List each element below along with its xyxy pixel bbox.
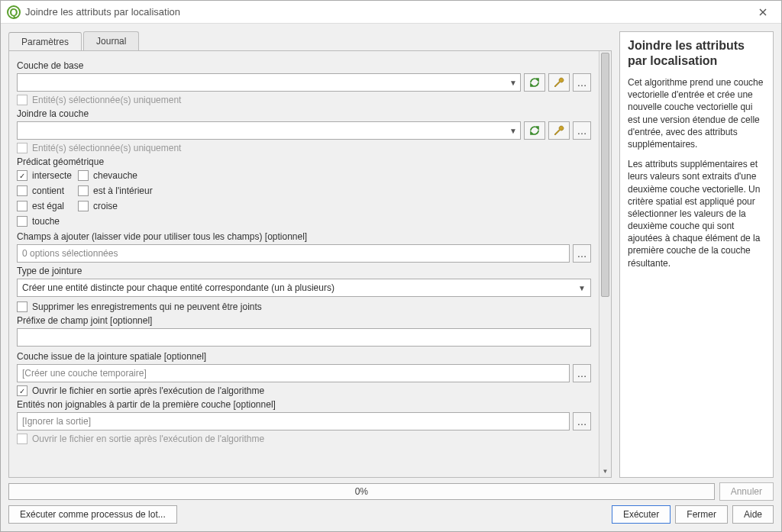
bottom-bar: 0% Annuler Exécuter comme processus de l… <box>1 478 781 531</box>
main-area: Paramètres Journal ▼ Couche de base ▼ <box>1 24 781 478</box>
cancel-button[interactable]: Annuler <box>719 482 774 501</box>
predicate-label: Prédicat géométrique <box>17 156 591 167</box>
touches-checkbox[interactable] <box>17 216 27 227</box>
refresh-icon <box>528 76 541 89</box>
open-after-label-2: Ouvrir le fichier en sortie après l'exéc… <box>32 434 264 444</box>
chevron-down-icon: ▼ <box>509 79 517 87</box>
unjoinable-input[interactable]: [Ignorer la sortie] <box>17 412 570 430</box>
predicate-touches: touche <box>17 216 78 227</box>
touches-label: touche <box>32 216 60 227</box>
base-selected-only-checkbox[interactable] <box>17 95 27 105</box>
base-selected-only-label: Entité(s) sélectionnée(s) uniquement <box>32 95 181 105</box>
ellipsis-icon: … <box>577 77 587 89</box>
join-layer-combo[interactable]: ▼ <box>17 121 521 140</box>
close-button[interactable] <box>751 1 775 24</box>
output-row: [Créer une couche temporaire] … <box>17 364 591 382</box>
join-type-label: Type de jointure <box>17 266 591 276</box>
progress-bar: 0% <box>8 483 715 500</box>
within-label: est à l'intérieur <box>93 185 153 196</box>
output-label: Couche issue de la jointure spatiale [op… <box>17 351 591 362</box>
join-type-select[interactable]: Créer une entité distincte pour chaque e… <box>17 279 591 297</box>
parameters-panel: ▼ Couche de base ▼ … Entité(s) sélectio <box>8 50 612 478</box>
form-content: Couche de base ▼ … Entité(s) sélectionné… <box>17 60 603 444</box>
open-after-row-2: Ouvrir le fichier en sortie après l'exéc… <box>17 434 591 444</box>
qgis-icon: Q <box>7 5 21 19</box>
discard-row: Supprimer les enregistrements qui ne peu… <box>17 301 591 312</box>
join-layer-row: ▼ … <box>17 121 591 140</box>
fields-input[interactable]: 0 options sélectionnées <box>17 244 570 263</box>
chevron-down-icon: ▼ <box>509 127 517 135</box>
button-group: Exécuter Fermer Aide <box>612 505 774 524</box>
progress-row: 0% Annuler <box>8 482 774 501</box>
join-selected-only-checkbox[interactable] <box>17 143 27 153</box>
unjoinable-row: [Ignorer la sortie] … <box>17 412 591 430</box>
join-selected-only-row: Entité(s) sélectionnée(s) uniquement <box>17 143 591 153</box>
open-after-checkbox-2[interactable] <box>17 434 27 444</box>
wrench-icon <box>553 76 565 89</box>
scroll-down-icon[interactable]: ▼ <box>599 465 611 477</box>
intersects-label: intersecte <box>32 170 72 181</box>
fields-label: Champs à ajouter (laisser vide pour util… <box>17 231 591 242</box>
within-checkbox[interactable] <box>78 185 89 196</box>
predicate-contains: contient <box>17 185 78 196</box>
settings-button[interactable] <box>548 73 570 92</box>
options-button-2[interactable]: … <box>573 121 591 140</box>
predicate-intersects: intersecte <box>17 170 78 181</box>
help-paragraph-2: Les attributs supplémentaires et leurs v… <box>628 158 765 269</box>
close-icon <box>759 8 767 16</box>
close-dialog-button[interactable]: Fermer <box>675 505 728 524</box>
open-after-label: Ouvrir le fichier en sortie après l'exéc… <box>32 385 264 396</box>
unjoinable-options-button[interactable]: … <box>573 412 591 430</box>
options-button[interactable]: … <box>573 73 591 92</box>
predicate-overlaps: chevauche <box>78 170 170 181</box>
open-after-checkbox[interactable] <box>17 385 27 396</box>
ellipsis-icon: … <box>577 248 587 260</box>
help-title: Joindre les attributs par localisation <box>628 38 765 69</box>
overlaps-checkbox[interactable] <box>78 170 89 181</box>
help-paragraph-1: Cet algorithme prend une couche vectorie… <box>628 76 765 150</box>
join-type-value: Créer une entité distincte pour chaque e… <box>22 282 334 293</box>
discard-checkbox[interactable] <box>17 301 27 312</box>
predicate-grid: intersecte chevauche contient est à l'in… <box>17 170 591 227</box>
prefix-input[interactable] <box>17 328 591 347</box>
overlaps-label: chevauche <box>93 170 137 181</box>
scrollbar-thumb[interactable] <box>601 53 609 297</box>
ellipsis-icon: … <box>577 416 587 427</box>
base-layer-label: Couche de base <box>17 60 591 71</box>
chevron-down-icon: ▼ <box>578 284 586 292</box>
base-layer-row: ▼ … <box>17 73 591 92</box>
contains-checkbox[interactable] <box>17 185 27 196</box>
help-pane: Joindre les attributs par localisation C… <box>619 31 774 478</box>
fields-row: 0 options sélectionnées … <box>17 244 591 263</box>
discard-label: Supprimer les enregistrements qui ne peu… <box>32 301 262 312</box>
unjoinable-label: Entités non joignables à partir de la pr… <box>17 399 591 410</box>
iterate-button-2[interactable] <box>524 121 545 140</box>
output-options-button[interactable]: … <box>573 364 591 382</box>
button-row: Exécuter comme processus de lot... Exécu… <box>8 505 774 524</box>
settings-button-2[interactable] <box>548 121 570 140</box>
join-selected-only-label: Entité(s) sélectionnée(s) uniquement <box>32 143 181 153</box>
window-title: Joindre les attributs par localisation <box>25 6 751 18</box>
tab-parameters[interactable]: Paramètres <box>8 32 82 51</box>
base-layer-combo[interactable]: ▼ <box>17 73 521 92</box>
equals-checkbox[interactable] <box>17 201 27 211</box>
tab-bar: Paramètres Journal <box>8 31 612 50</box>
batch-button[interactable]: Exécuter comme processus de lot... <box>8 505 177 524</box>
panel-scrollbar[interactable]: ▼ <box>599 51 611 477</box>
predicate-equals: est égal <box>17 201 78 211</box>
help-button[interactable]: Aide <box>732 505 774 524</box>
intersects-checkbox[interactable] <box>17 170 27 181</box>
fields-options-button[interactable]: … <box>573 244 591 263</box>
predicate-crosses: croise <box>78 201 170 211</box>
run-button[interactable]: Exécuter <box>612 505 671 524</box>
ellipsis-icon: … <box>577 125 587 137</box>
crosses-checkbox[interactable] <box>78 201 89 211</box>
progress-text: 0% <box>355 486 368 497</box>
tab-log[interactable]: Journal <box>83 31 139 50</box>
output-input[interactable]: [Créer une couche temporaire] <box>17 364 570 382</box>
base-selected-only-row: Entité(s) sélectionnée(s) uniquement <box>17 95 591 105</box>
iterate-button[interactable] <box>524 73 545 92</box>
wrench-icon <box>553 124 565 137</box>
refresh-icon <box>528 124 541 137</box>
join-layer-label: Joindre la couche <box>17 108 591 119</box>
